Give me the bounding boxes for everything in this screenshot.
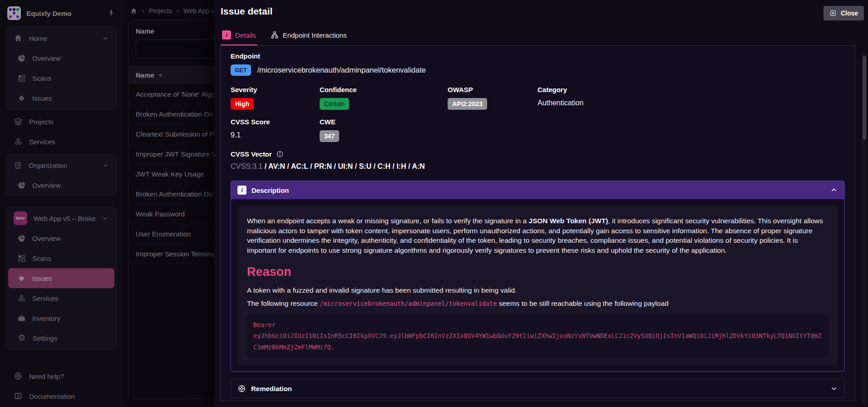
lifebuoy-icon xyxy=(14,372,23,381)
description-section-header[interactable]: i Description xyxy=(231,181,844,199)
home-nav-group: Home Overview Scans Issues xyxy=(5,26,117,110)
payload-bearer-line: Bearer xyxy=(253,319,822,330)
chevron-up-icon xyxy=(830,186,838,194)
pie-chart-icon xyxy=(17,54,26,63)
sidebar-item-project-scans[interactable]: Scans xyxy=(8,248,114,268)
sidebar-item-organization[interactable]: Organization xyxy=(8,155,114,175)
services-cluster-icon xyxy=(17,294,26,303)
project-badge: WAV xyxy=(14,211,27,225)
sidebar-item-organization-overview[interactable]: Overview xyxy=(8,175,114,195)
owasp-badge: API2:2023 xyxy=(448,98,487,110)
payload-token-line: eyJhbGciOiJIUzI1NiIsInR5cCI6IkpXVCJ9.eyJ… xyxy=(253,330,822,353)
nav-label: Organization xyxy=(29,162,95,169)
description-section-body: When an endpoint accepts a weak or missi… xyxy=(231,199,844,371)
breadcrumb-item-projects[interactable]: Projects xyxy=(149,7,172,15)
reason-heading: Reason xyxy=(247,264,829,281)
score-row: CVSS Score 9.1 CWE 347 xyxy=(231,118,845,142)
nav-label: Web App v5 – Broken Authe... xyxy=(34,215,95,222)
nav-label: Overview xyxy=(32,235,109,242)
layers-icon xyxy=(14,117,23,126)
description-content: When an endpoint accepts a weak or missi… xyxy=(238,206,838,365)
pie-chart-icon xyxy=(17,234,26,243)
vertical-scrollbar[interactable] xyxy=(862,53,867,405)
sidebar: Equixly Demo Home Overview Scans Issues … xyxy=(0,0,123,407)
nav-label: Settings xyxy=(33,334,109,342)
sidebar-item-project-inventory[interactable]: Inventory xyxy=(8,308,114,328)
nav-label: Overview xyxy=(32,54,109,62)
chevron-down-icon xyxy=(830,384,838,392)
owasp-label: OWASP xyxy=(448,86,538,93)
issue-meta-row: Severity High Confidence Certain OWASP A… xyxy=(231,86,845,110)
description-paragraph: When an endpoint accepts a weak or missi… xyxy=(247,216,829,255)
scrollbar-thumb[interactable] xyxy=(863,56,866,140)
book-icon xyxy=(14,392,23,401)
reason-paragraph-2: The following resource /microservicebrok… xyxy=(247,299,829,309)
cvss-vector-value: CVSS:3.1 / AV:N / AC:L / PR:N / UI:N / S… xyxy=(231,162,845,171)
remediation-section-title: Remediation xyxy=(251,385,292,392)
sidebar-item-home-issues[interactable]: Issues xyxy=(8,88,114,108)
sidebar-item-home-overview[interactable]: Overview xyxy=(8,48,114,68)
category-field: Category Authentication xyxy=(538,86,845,110)
close-icon xyxy=(829,10,837,17)
payload-code-block: Bearer eyJhbGciOiJIUzI1NiIsInR5cCI6IkpXV… xyxy=(247,314,829,358)
sidebar-item-project-settings[interactable]: ⚙ Settings xyxy=(8,328,114,348)
sidebar-divider xyxy=(7,201,115,202)
reason-paragraph-1: A token with a fuzzed and invalid signat… xyxy=(247,285,829,295)
jwt-bold-text: JSON Web Token (JWT) xyxy=(528,217,608,225)
severity-badge: High xyxy=(231,98,254,110)
nav-label: Need help? xyxy=(29,373,109,380)
nav-label: Scans xyxy=(32,74,109,82)
description-section: i Description When an endpoint accepts a… xyxy=(231,181,845,372)
sidebar-item-services[interactable]: Services xyxy=(5,132,117,152)
endpoint-label: Endpoint xyxy=(231,52,845,60)
category-value: Authentication xyxy=(538,99,845,107)
workspace-title: Equixly Demo xyxy=(26,10,102,17)
remediation-section-header[interactable]: Remediation xyxy=(231,379,845,398)
scans-grid-icon xyxy=(17,254,26,263)
sidebar-item-need-help[interactable]: Need help? xyxy=(5,366,117,386)
severity-field: Severity High xyxy=(231,86,320,110)
sidebar-item-project-overview[interactable]: Overview xyxy=(8,228,114,248)
cvss-vector-field: CVSS Vector xyxy=(231,150,845,158)
nav-label: Services xyxy=(29,138,109,146)
detail-header: Issue detail Close xyxy=(214,0,868,20)
sort-descending-icon xyxy=(158,72,164,78)
sidebar-item-projects[interactable]: Projects xyxy=(5,112,117,132)
cvss-score-value: 9.1 xyxy=(231,131,320,139)
sidebar-item-home-scans[interactable]: Scans xyxy=(8,68,114,88)
chevron-down-icon xyxy=(102,215,109,222)
equixly-logo-icon xyxy=(7,6,21,20)
sidebar-item-project-services[interactable]: Services xyxy=(8,288,114,308)
nav-label: Overview xyxy=(32,181,109,189)
sidebar-item-home[interactable]: Home xyxy=(8,28,114,48)
cvss-score-field: CVSS Score 9.1 xyxy=(231,118,320,142)
close-button-label: Close xyxy=(841,10,858,17)
confidence-label: Confidence xyxy=(320,86,448,93)
pin-sidebar-icon[interactable] xyxy=(107,9,115,17)
nav-label: Issues xyxy=(32,94,109,102)
info-icon[interactable] xyxy=(276,150,284,158)
resource-path-code: /microservicebrokenauth/adminpanel/token… xyxy=(320,300,497,307)
sidebar-header: Equixly Demo xyxy=(5,4,117,25)
breadcrumb-item-webapp[interactable]: Web App v5 xyxy=(183,7,217,15)
sidebar-item-documentation[interactable]: Documentation xyxy=(5,386,117,406)
home-icon xyxy=(14,34,23,43)
cwe-badge: 347 xyxy=(320,130,339,142)
pie-chart-icon xyxy=(17,181,26,190)
nav-label: Scans xyxy=(32,255,109,262)
tab-details[interactable]: i Details xyxy=(221,27,257,45)
tab-label: Endpoint Interactions xyxy=(283,31,347,39)
close-button[interactable]: Close xyxy=(824,6,864,20)
remediation-icon xyxy=(237,384,246,393)
breadcrumb-separator: › xyxy=(177,7,179,15)
home-icon[interactable] xyxy=(130,7,138,15)
building-icon xyxy=(14,161,22,170)
sidebar-item-current-project[interactable]: WAV Web App v5 – Broken Authe... xyxy=(8,208,114,228)
nav-label: Documentation xyxy=(29,392,109,400)
scans-grid-icon xyxy=(17,74,26,83)
endpoint-path: /microservicebrokenauth/adminpanel/token… xyxy=(257,66,426,74)
tab-label: Details xyxy=(235,31,256,39)
sidebar-item-project-issues[interactable]: Issues xyxy=(8,268,114,288)
cvss-vector-version: CVSS:3.1 xyxy=(231,162,262,170)
tab-endpoint-interactions[interactable]: Endpoint Interactions xyxy=(269,27,348,45)
